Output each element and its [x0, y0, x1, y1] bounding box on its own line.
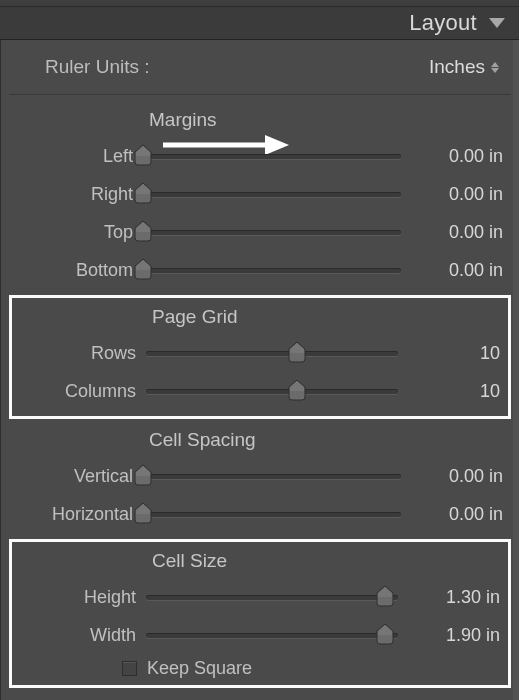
ruler-units-dropdown[interactable]: Inches: [429, 56, 499, 78]
slider-handle-icon[interactable]: [134, 182, 152, 204]
margin-bottom-label: Bottom: [9, 260, 143, 281]
margin-left-label: Left: [9, 146, 143, 167]
margin-top-label: Top: [9, 222, 143, 243]
cell-width-label: Width: [12, 625, 146, 646]
slider-handle-icon[interactable]: [134, 464, 152, 486]
margin-bottom-slider[interactable]: [143, 259, 401, 281]
slider-handle-icon[interactable]: [288, 341, 306, 363]
dropdown-spinner-icon: [491, 62, 499, 73]
slider-handle-icon[interactable]: [134, 258, 152, 280]
vertical-spacing-value[interactable]: 0.00 in: [401, 466, 503, 487]
columns-row: Columns 10: [12, 372, 508, 410]
cell-size-title: Cell Size: [12, 550, 508, 572]
cell-spacing-section: Cell Spacing Vertical 0.00 in Horizontal…: [9, 421, 511, 537]
margin-top-slider[interactable]: [143, 221, 401, 243]
margin-right-slider[interactable]: [143, 183, 401, 205]
cell-height-row: Height 1.30 in: [12, 578, 508, 616]
cell-spacing-title: Cell Spacing: [9, 429, 511, 451]
keep-square-label: Keep Square: [147, 658, 252, 679]
columns-slider[interactable]: [146, 380, 398, 402]
vertical-spacing-row: Vertical 0.00 in: [9, 457, 511, 495]
margin-right-value[interactable]: 0.00 in: [401, 184, 503, 205]
vertical-spacing-label: Vertical: [9, 466, 143, 487]
keep-square-checkbox[interactable]: [122, 661, 137, 676]
slider-handle-icon[interactable]: [134, 220, 152, 242]
margin-right-row: Right 0.00 in: [9, 175, 511, 213]
layout-panel-body: Ruler Units : Inches Margins Left 0.00 i…: [0, 40, 519, 700]
ruler-units-row: Ruler Units : Inches: [9, 40, 511, 95]
columns-label: Columns: [12, 381, 146, 402]
cell-height-slider[interactable]: [146, 586, 398, 608]
panel-header[interactable]: Layout: [0, 7, 519, 40]
margin-left-row: Left 0.00 in: [9, 137, 511, 175]
rows-label: Rows: [12, 343, 146, 364]
slider-handle-icon[interactable]: [376, 623, 394, 645]
margin-left-value[interactable]: 0.00 in: [401, 146, 503, 167]
margins-title: Margins: [9, 109, 511, 131]
cell-height-value[interactable]: 1.30 in: [398, 587, 500, 608]
page-grid-title: Page Grid: [12, 306, 508, 328]
collapse-triangle-icon[interactable]: [489, 18, 505, 28]
ruler-units-label: Ruler Units :: [45, 56, 429, 78]
page-grid-section: Page Grid Rows 10 Columns 10: [9, 295, 511, 419]
horizontal-spacing-label: Horizontal: [9, 504, 143, 525]
horizontal-spacing-row: Horizontal 0.00 in: [9, 495, 511, 533]
right-edge: [513, 40, 519, 700]
keep-square-row: Keep Square: [12, 654, 508, 679]
slider-handle-icon[interactable]: [134, 144, 152, 166]
cell-width-value[interactable]: 1.90 in: [398, 625, 500, 646]
horizontal-spacing-slider[interactable]: [143, 503, 401, 525]
margins-section: Margins Left 0.00 in Right 0.00 in Top: [9, 101, 511, 293]
slider-handle-icon[interactable]: [288, 379, 306, 401]
rows-slider[interactable]: [146, 342, 398, 364]
cell-size-section: Cell Size Height 1.30 in Width 1.90 in K…: [9, 539, 511, 688]
margin-top-value[interactable]: 0.00 in: [401, 222, 503, 243]
slider-handle-icon[interactable]: [376, 585, 394, 607]
margin-bottom-row: Bottom 0.00 in: [9, 251, 511, 289]
cell-height-label: Height: [12, 587, 146, 608]
margin-left-slider[interactable]: [143, 145, 401, 167]
margin-bottom-value[interactable]: 0.00 in: [401, 260, 503, 281]
slider-handle-icon[interactable]: [134, 502, 152, 524]
cell-width-slider[interactable]: [146, 624, 398, 646]
margin-right-label: Right: [9, 184, 143, 205]
cell-width-row: Width 1.90 in: [12, 616, 508, 654]
vertical-spacing-slider[interactable]: [143, 465, 401, 487]
margin-top-row: Top 0.00 in: [9, 213, 511, 251]
ruler-units-value: Inches: [429, 56, 485, 78]
panel-title: Layout: [409, 10, 477, 36]
rows-row: Rows 10: [12, 334, 508, 372]
rows-value[interactable]: 10: [398, 343, 500, 364]
horizontal-spacing-value[interactable]: 0.00 in: [401, 504, 503, 525]
columns-value[interactable]: 10: [398, 381, 500, 402]
